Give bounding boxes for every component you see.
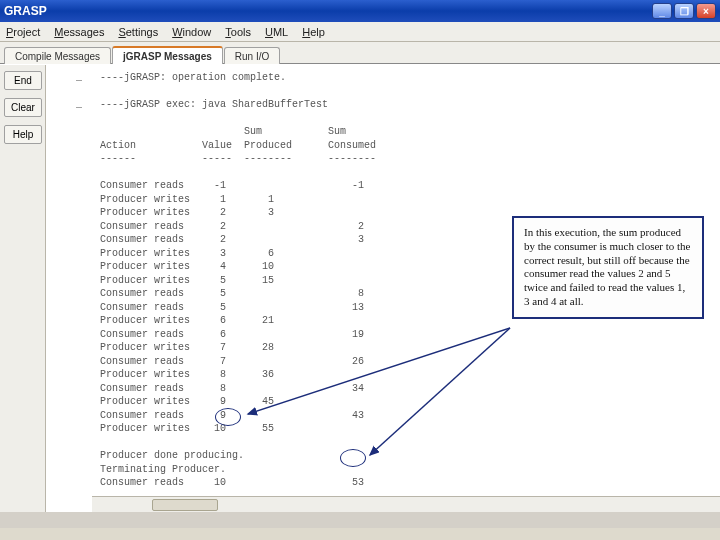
menu-project[interactable]: Project <box>6 26 40 38</box>
help-button[interactable]: Help <box>4 125 42 144</box>
end-button[interactable]: End <box>4 71 42 90</box>
minimize-button[interactable]: _ <box>652 3 672 19</box>
tab-jgrasp-messages[interactable]: jGRASP Messages <box>112 46 223 64</box>
menu-settings[interactable]: Settings <box>118 26 158 38</box>
tab-run-io[interactable]: Run I/O <box>224 47 280 64</box>
tab-compile-messages[interactable]: Compile Messages <box>4 47 111 64</box>
window-titlebar: GRASP _ ❐ × <box>0 0 720 22</box>
scrollbar-thumb[interactable] <box>152 499 218 511</box>
window-controls: _ ❐ × <box>652 3 716 19</box>
menu-help[interactable]: Help <box>302 26 325 38</box>
maximize-button[interactable]: ❐ <box>674 3 694 19</box>
menu-window[interactable]: Window <box>172 26 211 38</box>
sidebar: End Clear Help <box>0 65 46 512</box>
menu-tools[interactable]: Tools <box>225 26 251 38</box>
menu-messages[interactable]: Messages <box>54 26 104 38</box>
window-title: GRASP <box>4 4 47 18</box>
clear-button[interactable]: Clear <box>4 98 42 117</box>
close-button[interactable]: × <box>696 3 716 19</box>
menu-uml[interactable]: UML <box>265 26 288 38</box>
circled-value-consumed <box>340 449 366 467</box>
circled-value-produced <box>215 408 241 426</box>
annotation-callout: In this execution, the sum produced by t… <box>512 216 704 319</box>
horizontal-scrollbar[interactable] <box>92 496 720 512</box>
tab-strip: Compile Messages jGRASP Messages Run I/O <box>0 42 720 64</box>
status-bar <box>0 528 720 540</box>
menu-bar: Project Messages Settings Window Tools U… <box>0 22 720 42</box>
